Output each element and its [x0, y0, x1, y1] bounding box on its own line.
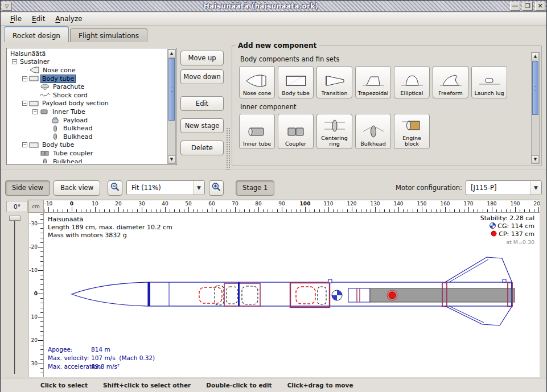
move-up-button[interactable]: Move up: [180, 51, 224, 65]
magnifier-plus-icon: [211, 182, 221, 194]
tree-scrollbar[interactable]: ▲ ▼: [167, 49, 176, 164]
motor-configuration-select[interactable]: [J115-P] ▼: [466, 180, 542, 195]
coupler-icon: [283, 123, 309, 139]
menu-edit[interactable]: Edit: [27, 14, 50, 24]
maximize-button[interactable]: ❐: [523, 2, 533, 11]
status-hint: Click+drag to move: [287, 382, 353, 389]
tree-item-label: Shock cord: [52, 92, 89, 99]
tree-item-sustainer[interactable]: −Sustainer: [8, 58, 166, 67]
side-view-button[interactable]: Side view: [5, 180, 50, 196]
tree-item-label: Bulkhead: [62, 133, 93, 141]
scrollbar-thumb[interactable]: [168, 58, 175, 121]
tree-item-body-tube[interactable]: −Body tube: [8, 75, 166, 83]
scroll-up-icon[interactable]: ▲: [532, 52, 539, 60]
collapse-icon[interactable]: −: [22, 76, 27, 81]
tree-item-tube-coupler[interactable]: Tube coupler: [8, 149, 166, 158]
trapezoidal-icon: [361, 73, 386, 89]
minimize-button[interactable]: —: [510, 2, 520, 11]
component-scrollbar[interactable]: ▲ ▼: [531, 52, 540, 164]
chevron-down-icon: ▼: [530, 181, 541, 195]
menu-file[interactable]: File: [5, 14, 27, 24]
ruler-label: 130: [370, 201, 380, 207]
tree-item-label: Parachute: [52, 83, 85, 90]
inner-tube-icon: [39, 108, 50, 115]
rotation-slider[interactable]: [9, 216, 20, 376]
window-menu-button[interactable]: ▽: [2, 2, 12, 11]
delete-button[interactable]: Delete: [180, 141, 224, 155]
ruler-label: 10: [31, 314, 38, 320]
tree-item-inner-tube[interactable]: −Inner Tube: [8, 108, 166, 116]
add-launch-lug-button[interactable]: Launch lug: [471, 66, 507, 98]
collapse-icon[interactable]: −: [22, 142, 27, 147]
nose-cone-icon: [245, 73, 270, 89]
ruler-label: 70: [232, 201, 238, 207]
edit-button[interactable]: Edit: [180, 96, 224, 111]
tree-item-body-tube[interactable]: −Body tube: [8, 141, 166, 150]
ruler-label: -10: [44, 201, 53, 207]
add-nose-cone-button[interactable]: Nose cone: [239, 66, 275, 98]
tree-item-haisun-t-[interactable]: Haisunäätä: [8, 49, 166, 58]
slider-handle[interactable]: [9, 216, 20, 221]
scrollbar-thumb[interactable]: [532, 61, 538, 115]
cp-icon: [491, 230, 497, 237]
add-bulkhead-button[interactable]: Bulkhead: [355, 114, 391, 149]
close-button[interactable]: ✕: [535, 2, 545, 11]
ruler-label: 160: [440, 201, 450, 207]
slider-track: [14, 219, 15, 374]
scroll-down-icon[interactable]: ▼: [168, 155, 175, 163]
add-centering-ring-button[interactable]: Centering ring: [316, 114, 352, 149]
menu-bar: FileEditAnalyze: [1, 13, 546, 26]
tree-item-label: Body tube: [41, 141, 75, 148]
tree-item-payload-body-section[interactable]: −Payload body section: [8, 100, 166, 108]
motor-configuration-value: [J115-P]: [466, 181, 530, 195]
view-toolbar: Side view Back view Fit (11%) ▼ Stage 1 …: [1, 170, 546, 200]
component-button-label: Trapezoidal: [358, 90, 389, 96]
ruler-label: 190: [510, 201, 520, 207]
nose-cone-icon: [30, 67, 40, 73]
tree-item-parachute[interactable]: Parachute: [8, 82, 166, 91]
payload-icon: [50, 117, 60, 123]
ruler-label: 170: [463, 201, 473, 207]
tree-item-bulkhead[interactable]: Bulkhead: [8, 158, 166, 163]
component-button-label: Transition: [322, 90, 348, 96]
rocket-canvas[interactable]: Haisunäätä Length 189 cm, max. diameter …: [44, 213, 540, 377]
add-elliptical-button[interactable]: Elliptical: [394, 66, 430, 98]
add-engine-block-button[interactable]: Engine block: [394, 114, 430, 149]
ruler-label: 20: [115, 201, 121, 207]
collapse-icon[interactable]: −: [12, 59, 17, 64]
component-button-label: Elliptical: [401, 90, 423, 96]
collapse-icon[interactable]: −: [22, 101, 27, 106]
zoom-out-button[interactable]: [108, 180, 122, 196]
add-freeform-button[interactable]: Freeform: [433, 66, 468, 98]
add-inner-tube-button[interactable]: Inner tube: [239, 114, 275, 149]
splitter-handle[interactable]: [226, 127, 230, 171]
scroll-down-icon[interactable]: ▼: [532, 155, 539, 163]
back-view-button[interactable]: Back view: [54, 180, 100, 196]
new-stage-button[interactable]: New stage: [180, 118, 224, 133]
bulkhead-icon: [50, 133, 60, 140]
add-trapezoidal-button[interactable]: Trapezoidal: [355, 66, 391, 98]
tree-item-bulkhead[interactable]: Bulkhead: [8, 133, 166, 141]
collapse-icon[interactable]: −: [32, 109, 38, 114]
zoom-in-button[interactable]: [209, 180, 224, 196]
zoom-select[interactable]: Fit (11%) ▼: [126, 180, 205, 195]
scroll-up-icon[interactable]: ▲: [168, 49, 175, 57]
bulkhead-icon: [40, 158, 50, 163]
tree-item-bulkhead[interactable]: Bulkhead: [8, 124, 166, 133]
move-down-button[interactable]: Move down: [180, 69, 224, 84]
tree-item-label: Payload: [62, 117, 89, 124]
motor-configuration-label: Motor configuration:: [396, 184, 462, 192]
stage-1-toggle[interactable]: Stage 1: [236, 180, 274, 196]
tree-item-shock-cord[interactable]: Shock cord: [8, 91, 166, 100]
tab-rocket-design[interactable]: Rocket design: [4, 26, 69, 42]
add-body-tube-button[interactable]: Body tube: [278, 66, 314, 98]
tab-bar: Rocket designFlight simulations: [1, 26, 546, 42]
tree-item-nose-cone[interactable]: Nose cone: [8, 66, 166, 75]
ruler-label: 30: [31, 361, 38, 366]
add-transition-button[interactable]: Transition: [316, 66, 352, 98]
tab-flight-simulations[interactable]: Flight simulations: [70, 28, 147, 42]
status-bar: Click to selectShift+click to select oth…: [1, 378, 546, 392]
tree-item-payload[interactable]: Payload: [8, 116, 166, 125]
menu-analyze[interactable]: Analyze: [50, 14, 87, 24]
add-coupler-button[interactable]: Coupler: [278, 114, 314, 149]
